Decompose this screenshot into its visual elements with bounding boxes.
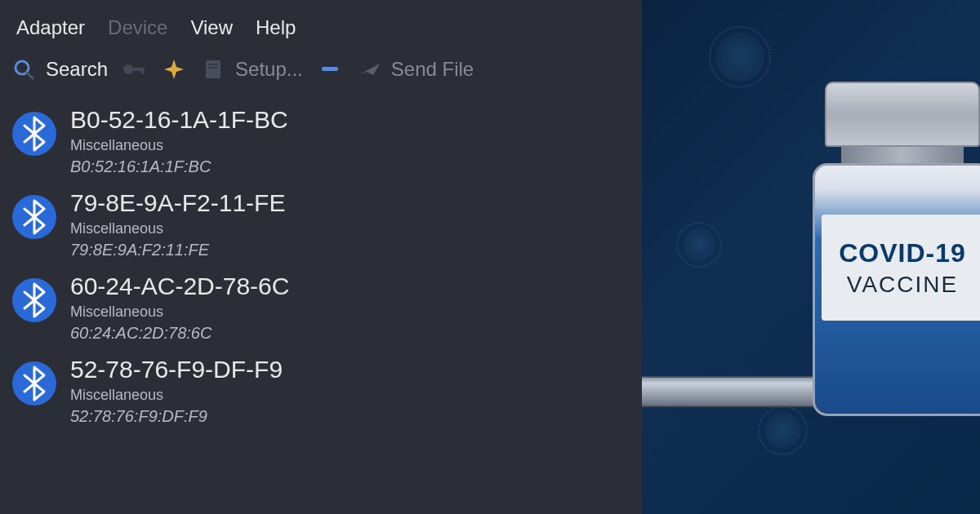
- send-file-label: Send File: [391, 58, 474, 81]
- vial-label-sub: VACCINE: [847, 272, 958, 298]
- vial-body: COVID-19 VACCINE: [813, 163, 980, 416]
- document-icon: [201, 57, 225, 82]
- svg-rect-7: [208, 67, 218, 69]
- bluetooth-icon: [11, 361, 57, 406]
- menu-adapter[interactable]: Adapter: [16, 16, 85, 39]
- menu-bar: Adapter Device View Help: [0, 0, 642, 51]
- device-type: Miscellaneous: [70, 220, 285, 237]
- device-row[interactable]: B0-52-16-1A-1F-BC Miscellaneous B0:52:16…: [0, 100, 642, 183]
- minus-icon[interactable]: [318, 57, 342, 82]
- device-info: 79-8E-9A-F2-11-FE Miscellaneous 79:8E:9A…: [70, 189, 285, 259]
- menu-device[interactable]: Device: [108, 16, 167, 39]
- device-list: B0-52-16-1A-1F-BC Miscellaneous B0:52:16…: [0, 93, 642, 514]
- virus-icon: [683, 228, 715, 261]
- bluetooth-icon: [11, 194, 57, 240]
- star-icon[interactable]: [162, 57, 186, 82]
- svg-rect-8: [322, 67, 338, 71]
- device-row[interactable]: 79-8E-9A-F2-11-FE Miscellaneous 79:8E:9A…: [0, 183, 642, 266]
- vial-label-title: COVID-19: [839, 238, 966, 268]
- bluetooth-icon: [11, 277, 57, 323]
- device-type: Miscellaneous: [70, 387, 283, 404]
- key-icon[interactable]: [122, 57, 147, 82]
- device-info: 52-78-76-F9-DF-F9 Miscellaneous 52:78:76…: [70, 356, 283, 426]
- svg-line-1: [27, 73, 33, 78]
- device-name: 79-8E-9A-F2-11-FE: [70, 189, 285, 217]
- device-mac: 52:78:76:F9:DF:F9: [70, 407, 283, 426]
- virus-icon: [715, 33, 764, 82]
- device-info: 60-24-AC-2D-78-6C Miscellaneous 60:24:AC…: [70, 273, 289, 343]
- device-type: Miscellaneous: [70, 137, 288, 154]
- setup-label: Setup...: [235, 58, 303, 81]
- search-icon: [11, 57, 36, 82]
- device-name: 60-24-AC-2D-78-6C: [70, 273, 289, 300]
- device-row[interactable]: 60-24-AC-2D-78-6C Miscellaneous 60:24:AC…: [0, 266, 642, 349]
- vaccine-vial: COVID-19 VACCINE: [800, 82, 980, 424]
- send-icon: [357, 57, 381, 82]
- device-name: B0-52-16-1A-1F-BC: [70, 106, 288, 134]
- bluetooth-manager-panel: Adapter Device View Help Search Setup...: [0, 0, 642, 514]
- menu-help[interactable]: Help: [256, 16, 296, 39]
- vaccine-illustration: COVID-19 VACCINE: [642, 0, 980, 514]
- vial-label: COVID-19 VACCINE: [822, 215, 980, 321]
- device-row[interactable]: 52-78-76-F9-DF-F9 Miscellaneous 52:78:76…: [0, 349, 642, 432]
- send-file-button[interactable]: Send File: [357, 57, 474, 82]
- device-mac: 60:24:AC:2D:78:6C: [70, 324, 289, 343]
- setup-button[interactable]: Setup...: [201, 57, 303, 82]
- device-mac: 79:8E:9A:F2:11:FE: [70, 241, 285, 259]
- menu-view[interactable]: View: [190, 16, 233, 39]
- device-info: B0-52-16-1A-1F-BC Miscellaneous B0:52:16…: [70, 106, 288, 176]
- device-type: Miscellaneous: [70, 304, 289, 321]
- svg-rect-6: [208, 64, 218, 65]
- svg-rect-5: [206, 60, 220, 78]
- vial-cap: [825, 82, 980, 147]
- search-button[interactable]: Search: [11, 57, 108, 82]
- svg-rect-4: [141, 68, 144, 74]
- bluetooth-icon: [11, 111, 57, 157]
- device-name: 52-78-76-F9-DF-F9: [70, 356, 283, 383]
- device-mac: B0:52:16:1A:1F:BC: [70, 157, 288, 176]
- virus-icon: [764, 412, 801, 449]
- toolbar: Search Setup... Send File: [0, 51, 642, 93]
- search-label: Search: [46, 58, 108, 81]
